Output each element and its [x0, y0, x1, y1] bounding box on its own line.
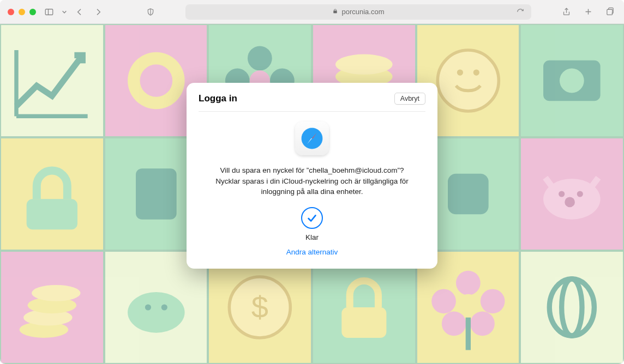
dialog-title: Logga in: [199, 93, 237, 104]
login-dialog: Logga in Avbryt Vill du spara en nyckel …: [187, 83, 437, 269]
other-options-link[interactable]: Andra alternativ: [286, 248, 338, 256]
browser-toolbar: porcunia.com: [0, 0, 624, 24]
tab-overview-icon[interactable]: [603, 5, 616, 19]
dialog-header: Logga in Avbryt: [199, 93, 425, 112]
sidebar-toggle-icon[interactable]: [43, 5, 56, 19]
close-window-button[interactable]: [8, 9, 14, 15]
minimize-window-button[interactable]: [19, 9, 25, 15]
chevron-down-icon[interactable]: [61, 5, 68, 19]
back-button[interactable]: [73, 5, 86, 19]
reload-icon[interactable]: [514, 5, 527, 19]
window-controls: [8, 9, 36, 15]
cancel-button[interactable]: Avbryt: [394, 93, 425, 105]
new-tab-icon[interactable]: [581, 5, 595, 19]
lock-icon: [332, 8, 338, 16]
privacy-report-icon[interactable]: [144, 5, 157, 19]
fullscreen-window-button[interactable]: [29, 9, 36, 15]
toolbar-right-group: [560, 5, 616, 19]
svg-rect-0: [45, 9, 53, 15]
toolbar-left-group: [43, 5, 105, 19]
dialog-body: Vill du spara en nyckel för ”chella_boeh…: [199, 112, 425, 257]
share-icon[interactable]: [560, 5, 573, 19]
url-text: porcunia.com: [341, 8, 384, 16]
forward-button[interactable]: [92, 5, 105, 19]
status-label: Klar: [199, 233, 425, 241]
success-check-icon: [301, 207, 323, 229]
svg-rect-5: [607, 9, 612, 15]
browser-window: porcunia.com: [0, 0, 624, 364]
address-bar[interactable]: porcunia.com: [185, 4, 531, 20]
safari-app-icon: [295, 122, 329, 155]
prompt-text: Vill du spara en nyckel för ”chella_boeh…: [214, 165, 410, 197]
